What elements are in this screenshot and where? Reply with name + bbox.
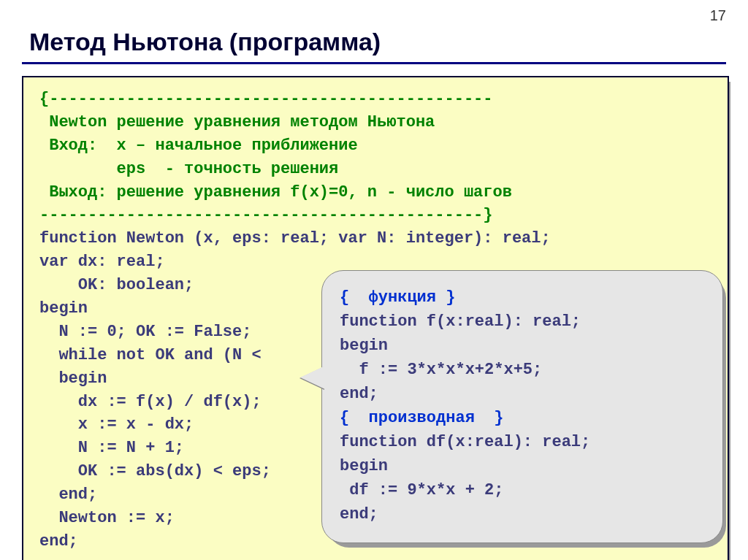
page-title: Метод Ньютона (программа) (0, 0, 748, 62)
comment-line: Newton решение уравнения методом Ньютона (39, 113, 435, 131)
bubble-tail (300, 366, 325, 389)
code-line: var dx: real; (39, 253, 165, 271)
code-line: end; (39, 486, 97, 504)
bubble-line: function df(x:real): real; (340, 433, 590, 451)
comment-line: Вход: x – начальное приближение (39, 137, 358, 155)
code-line: begin (39, 299, 88, 318)
bubble-box: { функция } function f(x:real): real; be… (321, 270, 723, 543)
bubble-line: end; (340, 505, 378, 523)
code-line: OK := abs(dx) < eps; (39, 462, 271, 480)
bubble-line: begin (340, 337, 388, 355)
page-number: 17 (710, 7, 726, 24)
comment-line: ----------------------------------------… (39, 206, 493, 224)
code-line: Newton := x; (39, 509, 175, 527)
bubble-line: function f(x:real): real; (340, 312, 581, 331)
bubble-line: end; (340, 385, 378, 403)
bubble-line: f := 3*x*x*x+2*x+5; (340, 361, 542, 379)
comment-line: Выход: решение уравнения f(x)=0, n - чис… (39, 183, 512, 202)
code-line: x := x - dx; (39, 415, 194, 434)
code-line: end; (39, 532, 78, 551)
callout-bubble: { функция } function f(x:real): real; be… (321, 270, 723, 543)
bubble-content: { функция } function f(x:real): real; be… (340, 285, 705, 526)
bubble-line: df := 9*x*x + 2; (340, 481, 503, 499)
title-underline (22, 62, 726, 64)
code-line: dx := f(x) / df(x); (39, 393, 262, 411)
comment-line: {---------------------------------------… (39, 90, 493, 108)
code-line: N := 0; OK := False; (39, 323, 251, 341)
code-line: begin (39, 369, 107, 388)
code-line: function Newton (x, eps: real; var N: in… (39, 229, 551, 248)
bubble-comment: { производная } (340, 409, 503, 427)
comment-line: eps - точность решения (39, 160, 338, 178)
bubble-comment: { функция } (340, 288, 455, 307)
bubble-line: begin (340, 457, 388, 475)
code-line: N := N + 1; (39, 439, 184, 457)
code-line: OK: boolean; (39, 276, 194, 294)
code-line: while not OK and (N < (39, 346, 262, 364)
